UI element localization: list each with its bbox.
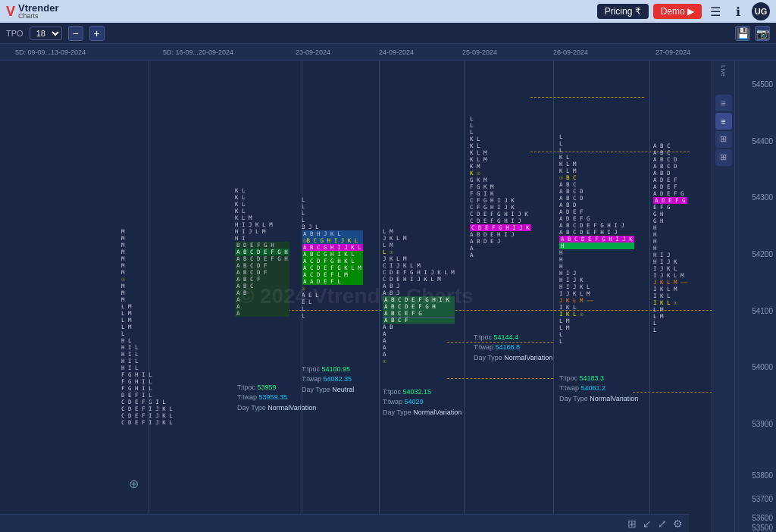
- zoom-out-button[interactable]: −: [68, 26, 83, 41]
- live-label: Live: [720, 65, 727, 77]
- main-area: © 2024 Vtrender Charts M M M M M M M ☉ M…: [0, 61, 776, 532]
- profile-col-7: A B C A B C A B C D A B C D A B D A D E …: [653, 142, 687, 333]
- info-box-4: T:tpoc 54144.4 T:twap 54168.8 Day Type N…: [474, 333, 552, 364]
- price-54300: 54300: [752, 193, 773, 202]
- price-53900: 53900: [752, 419, 773, 427]
- price-scale: 54500 54400 54300 54200 54100 54000 5390…: [734, 61, 776, 532]
- profile-col-2: K L K L K L K L K L M H I J K L M H I J …: [235, 187, 289, 317]
- time-label-2: 23-09-2024: [296, 49, 330, 56]
- info-box-2: T:tpoc 54100.95 T:twap 54082.35 Day Type…: [302, 365, 354, 396]
- screenshot-icon[interactable]: 📷: [755, 26, 770, 41]
- price-54500: 54500: [752, 80, 773, 89]
- header: V Vtrender Charts Pricing ₹ Demo ▶ ☰ ℹ U…: [0, 0, 776, 23]
- profile-col-6: L L L K L K L M K L M ☉ B C A B C A B C …: [559, 133, 634, 345]
- price-53700: 53700: [752, 495, 773, 503]
- profile-col-4: L M J K L M L M L ☉ J K L M C I J K L M …: [383, 228, 455, 365]
- sidebar-icon-0[interactable]: ≡: [715, 95, 732, 111]
- price-53500: 53500: [752, 523, 773, 531]
- right-sidebar: Live ≡ ≡ ⊞ ⊞: [712, 61, 734, 532]
- chart-area[interactable]: © 2024 Vtrender Charts M M M M M M M ☉ M…: [0, 61, 712, 532]
- fullscreen-icon[interactable]: ⤢: [658, 518, 667, 530]
- time-label-5: 26-09-2024: [553, 49, 588, 56]
- time-label-4: 25-09-2024: [462, 49, 497, 56]
- price-54000: 54000: [752, 363, 773, 371]
- zoom-in-button[interactable]: +: [89, 26, 105, 41]
- toolbar: TPO 18 − + 💾 📷: [0, 23, 776, 44]
- price-54200: 54200: [752, 250, 773, 258]
- info-box-3: T:tpoc 54032.15 T:twap 54029 Day Type No…: [383, 387, 462, 418]
- profile-col-3: L L L L B J L A B H J K L ☉B C G H I J K…: [302, 196, 363, 319]
- grid-icon[interactable]: ⊞: [627, 518, 637, 530]
- time-label-6: 27-09-2024: [656, 49, 690, 56]
- time-label-1: 5D: 16-09...20-09-2024: [163, 49, 233, 56]
- pricing-button[interactable]: Pricing ₹: [597, 4, 649, 19]
- price-53600: 53600: [752, 514, 773, 522]
- sidebar-icon-3[interactable]: ⊞: [715, 149, 732, 166]
- logo-sub: Charts: [18, 13, 58, 20]
- tpo-select[interactable]: 18: [30, 27, 62, 40]
- profile-col-5: L L L K L K L K L M K L M K M K ☉ G K M …: [470, 115, 531, 258]
- user-badge[interactable]: UG: [752, 2, 770, 20]
- sidebar-icon-2[interactable]: ⊞: [715, 131, 732, 148]
- price-53800: 53800: [752, 471, 773, 480]
- price-54100: 54100: [752, 306, 773, 315]
- zoom-extent-icon[interactable]: ↙: [643, 518, 652, 530]
- tpo-container: M M M M M M M ☉ M M M L M L M L M L M L …: [0, 61, 712, 514]
- price-54400: 54400: [752, 136, 773, 145]
- profile-col-1: M M M M M M M ☉ M M M L M L M L M L M L …: [121, 228, 173, 426]
- time-axis: 5D: 09-09...13-09-2024 5D: 16-09...20-09…: [0, 44, 776, 61]
- toolbar-right: 💾 📷: [735, 26, 770, 41]
- menu-button[interactable]: ☰: [706, 2, 724, 20]
- sidebar-icon-1[interactable]: ≡: [715, 113, 732, 130]
- time-label-0: 5D: 09-09...13-09-2024: [15, 49, 86, 56]
- crosshair-icon[interactable]: ⊕: [129, 477, 139, 491]
- demo-button[interactable]: Demo ▶: [653, 4, 702, 19]
- tpo-label: TPO: [6, 29, 23, 38]
- logo-v-icon: V: [6, 4, 15, 20]
- bottom-toolbar: ⊞ ↙ ⤢ ⚙: [0, 514, 689, 532]
- save-icon[interactable]: 💾: [735, 26, 750, 41]
- time-label-3: 24-09-2024: [379, 49, 414, 56]
- settings-icon[interactable]: ⚙: [673, 518, 683, 530]
- info-box-5: T:tpoc 54183.3 T:twap 54061.2 Day Type N…: [559, 374, 638, 405]
- logo-area: V Vtrender Charts: [6, 3, 58, 20]
- info-button[interactable]: ℹ: [729, 2, 747, 20]
- header-right: Pricing ₹ Demo ▶ ☰ ℹ UG: [597, 2, 770, 20]
